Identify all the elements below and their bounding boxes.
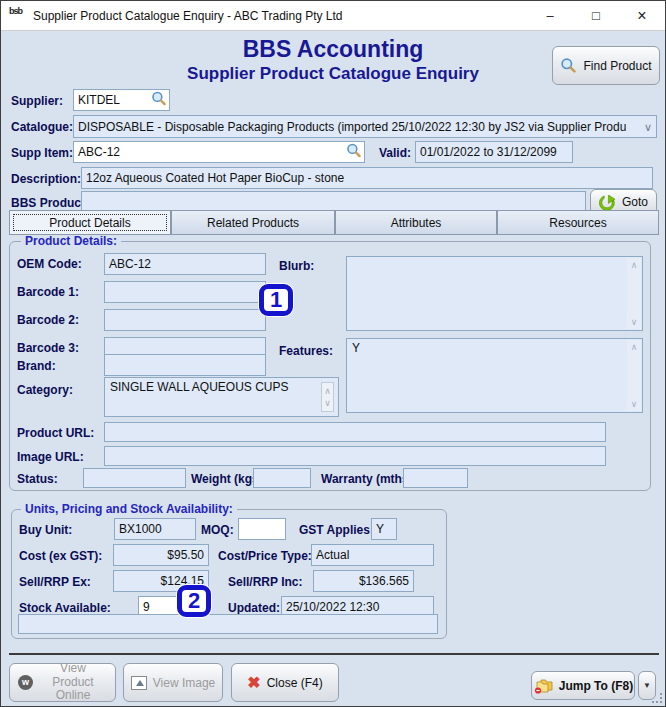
supp-item-lookup-icon[interactable] xyxy=(346,143,362,162)
view-product-online-label: View Product Online xyxy=(39,662,107,703)
supplier-lookup-icon[interactable] xyxy=(151,91,167,110)
description-field[interactable]: 12oz Aqueous Coated Hot Paper BioCup - s… xyxy=(81,167,653,189)
sell-rrp-ex-label: Sell/RRP Ex: xyxy=(19,575,91,589)
weight-field[interactable] xyxy=(253,468,311,488)
blurb-textarea[interactable]: ∧ ∨ xyxy=(346,256,643,331)
blurb-scrollbar[interactable]: ∧ ∨ xyxy=(627,258,641,329)
cost-ex-gst-field[interactable]: $95.50 xyxy=(113,544,209,566)
supp-item-label: Supp Item: xyxy=(11,146,73,160)
cost-ex-gst-value: $95.50 xyxy=(167,548,204,562)
scroll-up-icon[interactable]: ∧ xyxy=(324,386,331,396)
valid-label: Valid: xyxy=(379,146,411,160)
bbs-product-label: BBS Product: xyxy=(11,196,89,210)
close-x-icon: ✖ xyxy=(247,675,260,691)
find-product-button[interactable]: Find Product xyxy=(552,46,660,85)
image-url-field[interactable] xyxy=(104,446,606,466)
updated-value: 25/10/2022 12:30 xyxy=(286,600,379,614)
status-label: Status: xyxy=(17,472,58,486)
resize-grip[interactable] xyxy=(652,693,662,703)
tab-label: Attributes xyxy=(391,216,442,230)
jump-to-label: Jump To (F8) xyxy=(559,679,633,693)
tab-product-details[interactable]: Product Details xyxy=(9,210,171,235)
oem-code-field[interactable]: ABC-12 xyxy=(104,253,266,275)
barcode2-label: Barcode 2: xyxy=(17,313,79,327)
minimize-button[interactable]: – xyxy=(527,1,573,31)
image-icon xyxy=(131,676,147,690)
supp-item-input[interactable]: ABC-12 xyxy=(73,141,365,163)
cost-price-type-value: Actual xyxy=(316,548,349,562)
updated-label: Updated: xyxy=(228,601,280,615)
cost-price-type-label: Cost/Price Type: xyxy=(218,549,312,563)
gst-applies-field[interactable]: Y xyxy=(371,518,397,540)
gst-applies-value: Y xyxy=(376,522,384,536)
view-product-online-button[interactable]: w View Product Online xyxy=(9,663,116,702)
features-scrollbar[interactable]: ∧ ∨ xyxy=(627,340,641,411)
title-bar: bsb Supplier Product Catalogue Enquiry -… xyxy=(1,1,665,31)
tab-resources[interactable]: Resources xyxy=(497,210,659,235)
status-field[interactable] xyxy=(83,468,186,488)
scroll-up-icon[interactable]: ∧ xyxy=(631,260,638,270)
supp-item-value: ABC-12 xyxy=(78,145,120,159)
maximize-button[interactable]: □ xyxy=(573,1,619,31)
close-window-button[interactable]: × xyxy=(619,1,665,31)
close-f4-button[interactable]: ✖ Close (F4) xyxy=(231,663,339,702)
sell-rrp-inc-field[interactable]: $136.565 xyxy=(313,570,414,592)
cost-price-type-field[interactable]: Actual xyxy=(311,544,434,566)
tab-label: Related Products xyxy=(207,216,299,230)
category-label: Category: xyxy=(17,383,73,397)
category-scrollbar[interactable]: ∧ ∨ xyxy=(321,382,334,412)
valid-field: 01/01/2022 to 31/12/2099 xyxy=(415,141,573,163)
moq-field[interactable] xyxy=(238,518,286,540)
description-label: Description: xyxy=(11,172,81,186)
features-value: Y xyxy=(352,341,360,355)
barcode2-field[interactable] xyxy=(104,309,266,331)
callout-1-marker: 1 xyxy=(259,284,293,316)
chevron-down-icon[interactable]: ∨ xyxy=(644,120,652,133)
units-note-field xyxy=(18,614,438,634)
view-image-label: View Image xyxy=(153,676,215,690)
category-textarea[interactable]: SINGLE WALL AQUEOUS CUPS ∧ ∨ xyxy=(104,377,339,417)
callout-2-marker: 2 xyxy=(177,585,211,617)
app-logo-icon: bsb xyxy=(9,7,27,25)
brand-label: Brand: xyxy=(17,359,56,373)
search-icon xyxy=(560,57,577,74)
goto-arrow-icon xyxy=(599,195,616,210)
jump-to-button[interactable]: Jump To (F8) xyxy=(531,671,635,700)
oem-code-value: ABC-12 xyxy=(109,257,151,271)
barcode1-field[interactable] xyxy=(104,281,266,303)
warranty-field[interactable] xyxy=(403,468,468,488)
description-value: 12oz Aqueous Coated Hot Paper BioCup - s… xyxy=(86,171,344,185)
window-title: Supplier Product Catalogue Enquiry - ABC… xyxy=(33,9,343,23)
buy-unit-value: BX1000 xyxy=(119,522,162,536)
close-f4-label: Close (F4) xyxy=(267,676,323,690)
moq-label: MOQ: xyxy=(201,523,234,537)
tab-attributes[interactable]: Attributes xyxy=(335,210,497,235)
view-image-button[interactable]: View Image xyxy=(123,663,223,702)
brand-field[interactable] xyxy=(104,354,266,376)
features-textarea[interactable]: Y ∧ ∨ xyxy=(346,338,643,413)
scroll-down-icon[interactable]: ∨ xyxy=(631,317,638,327)
supplier-input[interactable]: KITDEL xyxy=(73,89,170,111)
buy-unit-field[interactable]: BX1000 xyxy=(114,518,196,540)
stock-available-value: 9 xyxy=(143,600,150,614)
scroll-down-icon[interactable]: ∨ xyxy=(324,398,331,408)
catalogue-label: Catalogue: xyxy=(11,120,73,134)
tab-related-products[interactable]: Related Products xyxy=(171,210,335,235)
scroll-down-icon[interactable]: ∨ xyxy=(631,399,638,409)
buy-unit-label: Buy Unit: xyxy=(19,523,72,537)
oem-code-label: OEM Code: xyxy=(17,257,82,271)
tab-focus-rect xyxy=(13,214,167,231)
product-url-field[interactable] xyxy=(104,422,606,442)
dropdown-arrow-icon: ▼ xyxy=(643,681,651,690)
sell-rrp-inc-value: $136.565 xyxy=(359,574,409,588)
footer-divider xyxy=(9,653,659,655)
catalogue-select[interactable]: DISPOSABLE - Disposable Packaging Produc… xyxy=(73,115,657,138)
cost-ex-gst-label: Cost (ex GST): xyxy=(19,549,102,563)
gst-applies-label: GST Applies: xyxy=(299,523,374,537)
globe-icon: w xyxy=(18,675,33,690)
barcode3-label: Barcode 3: xyxy=(17,341,79,355)
stock-available-label: Stock Available: xyxy=(19,601,111,615)
goto-label: Goto xyxy=(622,195,648,209)
features-label: Features: xyxy=(279,344,333,358)
scroll-up-icon[interactable]: ∧ xyxy=(631,342,638,352)
